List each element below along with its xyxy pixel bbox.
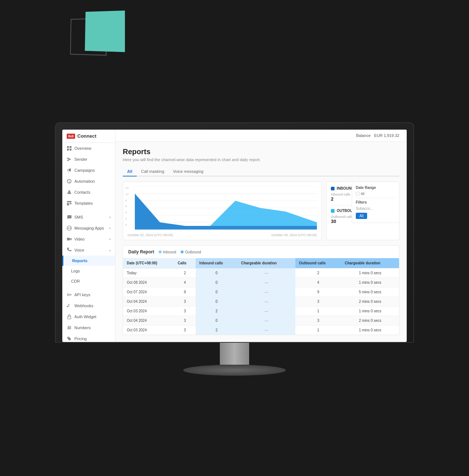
svg-rect-12	[68, 316, 71, 319]
sidebar-item-webhooks[interactable]: Webhooks	[62, 300, 115, 311]
page-title: Reports	[123, 148, 399, 156]
svg-rect-7	[70, 203, 71, 204]
video-icon	[67, 237, 72, 242]
app-layout: 8x8 Connect Overview Sender Campa	[62, 130, 407, 342]
col-date: Date (UTC+08:00)	[123, 258, 174, 268]
video-chevron: ▾	[109, 238, 111, 241]
chart-svg	[135, 186, 317, 230]
sidebar-item-sms[interactable]: SMS ▾	[62, 212, 115, 223]
daily-report: Daily Report Inbound Outbound	[123, 245, 399, 335]
cell-inbound: 2	[196, 306, 237, 316]
cell-date: Oct 08 2024	[123, 278, 174, 287]
outbound-calls-value: 30	[331, 219, 353, 224]
cell-calls: 2	[174, 268, 196, 278]
contacts-icon	[67, 190, 72, 195]
table-row: Oct 04 2024 3 0 — 3 2 mins 0 secs	[123, 297, 399, 306]
messaging-icon	[67, 226, 72, 231]
page-subtitle: Here you will find the channel-wise data…	[123, 157, 399, 162]
sms-chevron: ▾	[109, 216, 111, 219]
cell-chargeable1: —	[237, 287, 295, 297]
cell-inbound: 2	[196, 326, 237, 335]
sidebar-item-voice[interactable]: Voice ▴	[62, 245, 115, 256]
cell-chargeable1: —	[237, 297, 295, 306]
cell-chargeable1: —	[237, 326, 295, 335]
table-row: Oct 03 2024 3 2 — 1 1 mins 0 secs	[123, 326, 399, 335]
table-header-row: Date (UTC+08:00) Calls Inbound calls Cha…	[123, 258, 399, 268]
outbound-dot	[331, 209, 335, 213]
webhook-icon	[67, 303, 72, 308]
sidebar-label-sms: SMS	[74, 215, 83, 219]
legend-dot-outbound	[181, 250, 184, 253]
table-row: Today 2 0 — 2 1 mins 0 secs	[123, 268, 399, 278]
cell-chargeable2: 5 mins 0 secs	[341, 287, 399, 297]
col-calls: Calls	[174, 258, 196, 268]
sidebar-label-templates: Templates	[74, 201, 93, 205]
filters-label: Filters	[356, 200, 395, 204]
sidebar-item-numbers[interactable]: Numbers	[62, 322, 115, 333]
grid-icon	[67, 146, 72, 151]
sidebar-label-voice: Voice	[74, 248, 84, 252]
cell-inbound: 0	[196, 268, 237, 278]
cell-calls: 3	[174, 306, 196, 316]
cell-chargeable2: 1 mins 0 secs	[341, 306, 399, 316]
sidebar-logo: 8x8 Connect	[62, 130, 115, 143]
report-table: Date (UTC+08:00) Calls Inbound calls Cha…	[123, 258, 399, 335]
sidebar-item-reports[interactable]: Reports	[62, 256, 115, 266]
sidebar-item-video[interactable]: Video ▾	[62, 234, 115, 245]
svg-point-11	[67, 294, 69, 295]
date-range-label: Date Range	[356, 186, 395, 190]
cell-calls: 3	[174, 326, 196, 335]
sidebar-item-automation[interactable]: Automation	[62, 176, 115, 187]
sidebar-item-auth-widget[interactable]: Auth Widget	[62, 311, 115, 322]
legend-outbound: Outbound	[181, 250, 201, 254]
sidebar-label-auth-widget: Auth Widget	[74, 315, 96, 319]
sidebar-label-logs: Logs	[71, 269, 80, 273]
cell-outbound: 3	[295, 297, 341, 306]
sidebar-item-contacts[interactable]: Contacts	[62, 187, 115, 198]
sidebar-item-sender[interactable]: Sender	[62, 154, 115, 165]
balance-label: Balance	[356, 133, 371, 138]
sidebar-item-overview[interactable]: Overview	[62, 143, 115, 154]
balance-value: EUR 1,919.32	[374, 133, 399, 138]
content-area: Reports Here you will find the channel-w…	[115, 142, 407, 341]
outbound-calls-label: Outbound calls	[331, 215, 353, 219]
cell-inbound: 0	[196, 297, 237, 306]
sidebar-item-logs[interactable]: Logs	[62, 266, 115, 276]
sidebar-item-messaging-apps[interactable]: Messaging Apps ▾	[62, 223, 115, 234]
cell-chargeable2: 1 mins 0 secs	[341, 326, 399, 335]
svg-rect-2	[67, 149, 69, 150]
date-checkbox[interactable]	[356, 192, 359, 196]
sidebar-item-cdr[interactable]: CDR	[62, 276, 115, 286]
inbound-dot	[331, 187, 335, 190]
cell-inbound: 0	[196, 287, 237, 297]
tab-voice-messaging[interactable]: Voice messaging	[169, 167, 208, 176]
sidebar-label-contacts: Contacts	[74, 190, 90, 194]
cell-date: Oct 04 2024	[123, 297, 174, 306]
tab-all[interactable]: All	[123, 167, 137, 176]
voice-icon	[67, 248, 72, 253]
sidebar-item-pricing[interactable]: Pricing	[62, 333, 115, 342]
svg-rect-6	[67, 203, 69, 205]
all-filter-button[interactable]: All	[356, 213, 367, 219]
sidebar-label-reports: Reports	[72, 259, 88, 263]
svg-rect-0	[67, 146, 69, 148]
chart-container: 121086420	[123, 182, 322, 240]
sidebar-item-templates[interactable]: Templates	[62, 198, 115, 209]
cell-calls: 3	[174, 297, 196, 306]
tab-call-masking[interactable]: Call masking	[137, 167, 169, 176]
auth-icon	[67, 314, 72, 319]
cell-chargeable1: —	[237, 306, 295, 316]
legend-dot-inbound	[159, 250, 162, 253]
inbound-calls-label: Inbound calls	[331, 193, 350, 196]
cell-calls: 9	[174, 287, 196, 297]
inbound-type: INBOUND	[337, 186, 354, 190]
table-row: Oct 03 2024 3 2 — 1 1 mins 0 secs	[123, 306, 399, 316]
sidebar-item-api-keys[interactable]: API keys	[62, 289, 115, 300]
y-axis-labels: 121086420	[125, 186, 129, 227]
monitor: 8x8 Connect Overview Sender Campa	[55, 122, 414, 376]
monitor-screen: 8x8 Connect Overview Sender Campa	[62, 130, 407, 342]
legend-label-inbound: Inbound	[163, 250, 176, 254]
logo-text: Connect	[77, 133, 96, 139]
cell-chargeable2: 2 mins 0 secs	[341, 316, 399, 326]
sidebar-item-campaigns[interactable]: Campaigns	[62, 165, 115, 176]
